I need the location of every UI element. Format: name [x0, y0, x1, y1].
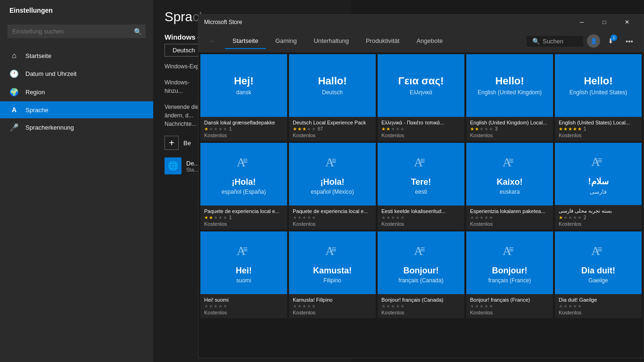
- rating-count: 1: [229, 215, 232, 220]
- app-card-info: بسته تجربه محلی فارسی ★★★★★ 2 Kostenlos: [555, 205, 642, 230]
- stars: ★★★★★: [293, 126, 316, 132]
- close-button[interactable]: ✕: [616, 15, 638, 30]
- star-filled: ★: [475, 126, 479, 132]
- tab-unterhaltung[interactable]: Unterhaltung: [306, 33, 356, 49]
- rating-count: 67: [318, 126, 323, 132]
- app-card-top: A ≡ Hei! suomi: [200, 231, 287, 294]
- deutsch-button[interactable]: Deutsch: [165, 44, 203, 57]
- app-card-top: A ≡ Dia duit! Gaeilge: [555, 231, 642, 294]
- app-greeting: Hei!: [236, 266, 252, 276]
- store-title: Microsoft Store: [204, 19, 242, 25]
- stars: ★★★★★: [470, 215, 493, 220]
- app-price: Kostenlos: [204, 310, 283, 315]
- sidebar-item-region[interactable]: 🌍 Region: [0, 83, 153, 101]
- app-price: Kostenlos: [293, 132, 372, 138]
- star-filled: ★: [204, 215, 208, 220]
- star-empty: ★: [307, 215, 311, 220]
- stars: ★★★★★: [293, 304, 316, 309]
- store-toolbar: ← Startseite Gaming Unterhaltung Produkt…: [198, 30, 644, 52]
- stars: ★★★★★: [559, 126, 582, 132]
- sidebar-item-datum[interactable]: 🕐 Datum und Uhrzeit: [0, 65, 153, 83]
- app-rating: ★★★★★ 67: [293, 126, 372, 132]
- language-pack-icon: A ≡: [589, 153, 608, 175]
- search-label: Suchen: [543, 38, 563, 45]
- rating-count: 3: [495, 126, 498, 132]
- download-button[interactable]: ⬇ 1: [602, 33, 619, 49]
- app-card[interactable]: A ≡ Kamusta! Filipino Kamusta! Filipino …: [289, 231, 376, 318]
- app-greeting: Hej!: [234, 75, 254, 87]
- app-card[interactable]: A ≡ Kaixo! euskara Esperientzia lokalare…: [466, 143, 553, 230]
- star-empty: ★: [204, 304, 208, 309]
- store-search-area[interactable]: 🔍 Suchen: [527, 36, 583, 47]
- language-pack-icon: A ≡: [412, 242, 430, 264]
- app-card[interactable]: Hallo! Deutsch Deutsch Local Experience …: [289, 54, 376, 141]
- star-empty: ★: [400, 126, 405, 132]
- app-name: English (United States) Local...: [559, 120, 638, 125]
- sidebar-item-spracherkennung[interactable]: 🎤 Spracherkennung: [0, 118, 153, 137]
- star-empty: ★: [307, 126, 311, 132]
- sidebar-item-sprache[interactable]: A Sprache: [0, 101, 153, 118]
- app-card-info: Eesti keelde lokaliseeritud... ★★★★★ Kos…: [378, 206, 464, 230]
- stars: ★★★★★: [381, 215, 405, 220]
- app-lang: euskara: [500, 189, 520, 195]
- app-card[interactable]: A ≡ !سلام فارسی بسته تجربه محلی فارسی ★★…: [555, 143, 642, 230]
- app-lang: Filipino: [323, 277, 341, 284]
- app-card[interactable]: Hello! English (United States) English (…: [555, 54, 642, 141]
- sidebar-item-label: Sprache: [25, 107, 48, 114]
- tab-angebote[interactable]: Angebote: [409, 33, 450, 49]
- store-content[interactable]: Hej! dansk Dansk lokal grænsefladepakke …: [198, 52, 644, 358]
- back-button[interactable]: ←: [204, 33, 221, 49]
- app-card[interactable]: A ≡ Bonjour! français (France) Bonjour! …: [466, 231, 553, 318]
- app-card-info: Dia duit! Gaeilge ★★★★★ Kostenlos: [555, 294, 642, 318]
- app-card-top: Hello! English (United States): [555, 54, 642, 117]
- star-empty: ★: [386, 304, 390, 309]
- stars: ★★★★★: [204, 126, 227, 132]
- minimize-button[interactable]: ─: [571, 15, 593, 30]
- download-badge: 1: [611, 34, 617, 41]
- app-card[interactable]: A ≡ ¡Hola! español (España) Paquete de e…: [200, 143, 287, 230]
- tab-gaming[interactable]: Gaming: [268, 33, 305, 49]
- rating-count: 2: [584, 215, 586, 220]
- settings-title: Einstellungen: [0, 0, 153, 21]
- app-lang: français (Canada): [398, 277, 443, 284]
- star-empty: ★: [297, 304, 302, 309]
- star-empty: ★: [489, 215, 493, 220]
- app-card-info: Dansk lokal grænsefladepakke ★★★★★ 1 Kos…: [200, 117, 287, 141]
- settings-search-input[interactable]: [8, 25, 146, 38]
- app-card[interactable]: A ≡ Hei! suomi Hei! suomi ★★★★★ Kostenlo…: [200, 231, 287, 318]
- app-card-info: Paquete de experiencia local e... ★★★★★ …: [289, 206, 376, 230]
- app-greeting: Hello!: [584, 75, 612, 87]
- tab-produktivitaet[interactable]: Produktivität: [358, 33, 407, 49]
- app-card[interactable]: Γεια σας! Ελληνικά Ελληνικά - Πακέτο τοπ…: [378, 54, 464, 141]
- app-rating: ★★★★★: [559, 304, 638, 309]
- app-rating: ★★★★★: [381, 304, 461, 309]
- star-filled: ★: [204, 126, 208, 132]
- app-card[interactable]: Hello! English (United Kingdom) English …: [466, 54, 553, 141]
- star-empty: ★: [293, 215, 297, 220]
- tab-startseite[interactable]: Startseite: [225, 33, 266, 49]
- star-empty: ★: [214, 126, 218, 132]
- app-card[interactable]: A ≡ Tere! eesti Eesti keelde lokaliseeri…: [378, 143, 464, 230]
- app-card[interactable]: A ≡ Dia duit! Gaeilge Dia duit! Gaeilge …: [555, 231, 642, 318]
- user-avatar[interactable]: 👤: [587, 34, 600, 48]
- language-pack-icon: A ≡: [234, 153, 253, 176]
- app-lang: eesti: [415, 189, 427, 195]
- app-card[interactable]: Hej! dansk Dansk lokal grænsefladepakke …: [200, 54, 287, 141]
- maximize-button[interactable]: □: [594, 15, 615, 30]
- more-button[interactable]: •••: [621, 33, 638, 49]
- sidebar-item-startseite[interactable]: ⌂ Startseite: [0, 47, 153, 65]
- app-name: Dansk lokal grænsefladepakke: [204, 120, 283, 125]
- star-empty: ★: [568, 215, 572, 220]
- app-card-info: English (United States) Local... ★★★★★ 1…: [555, 117, 642, 141]
- app-card-top: A ≡ Kamusta! Filipino: [289, 231, 376, 294]
- app-card[interactable]: A ≡ ¡Hola! español (México) Paquete de e…: [289, 143, 376, 230]
- app-card-top: A ≡ Tere! eesti: [378, 143, 464, 206]
- star-empty: ★: [223, 304, 227, 309]
- app-rating: ★★★★★ 1: [204, 215, 283, 220]
- star-empty: ★: [297, 215, 302, 220]
- app-name: Paquete de experiencia local e...: [204, 208, 283, 214]
- app-name: Eesti keelde lokaliseeritud...: [381, 208, 461, 214]
- plus-box[interactable]: +: [165, 136, 179, 150]
- app-card[interactable]: A ≡ Bonjour! français (Canada) Bonjour! …: [378, 231, 464, 318]
- app-name: Paquete de experiencia local e...: [293, 208, 372, 214]
